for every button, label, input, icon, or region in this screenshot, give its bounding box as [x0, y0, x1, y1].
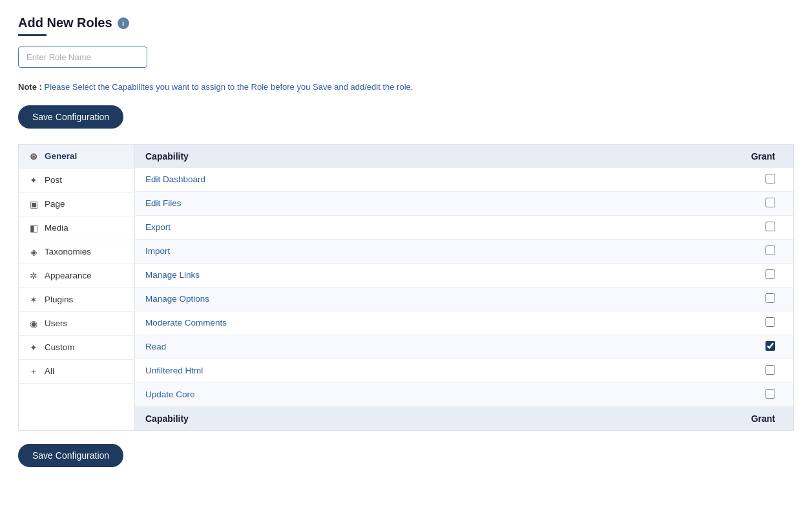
brush-icon: ✲ [28, 271, 39, 281]
grant-cell [741, 191, 793, 215]
sidebar-item-label-appearance: Appearance [45, 271, 92, 280]
table-row: Update Core [135, 382, 793, 406]
capability-cell: Manage Options [135, 287, 741, 311]
info-icon[interactable]: i [118, 17, 129, 29]
capability-cell: Edit Files [135, 191, 741, 215]
capabilities-grid: Capability Grant Edit DashboardEdit File… [135, 145, 793, 430]
table-row: Manage Links [135, 263, 793, 287]
capability-cell: Edit Dashboard [135, 168, 741, 192]
grant-cell [741, 287, 793, 311]
footer-capability: Capability [135, 406, 741, 430]
note-body: Please Select the Capabilites you want t… [44, 82, 413, 92]
capability-cell: Unfiltered Html [135, 359, 741, 382]
sidebar-item-post[interactable]: ✦Post [19, 169, 134, 193]
sidebar-item-label-general: General [45, 151, 77, 161]
page-title-text: Add New Roles [18, 16, 112, 30]
table-row: Export [135, 215, 793, 239]
main-content: ⊛General✦Post▣Page◧Media◈Taxonomies✲Appe… [18, 144, 794, 431]
note-label: Note : [18, 82, 42, 92]
grant-checkbox[interactable] [765, 245, 775, 255]
grant-checkbox[interactable] [765, 222, 775, 231]
grant-cell [741, 359, 793, 382]
table-footer-row: Capability Grant [135, 406, 793, 430]
capability-cell: Export [135, 215, 741, 239]
table-row: Read [135, 335, 793, 359]
media-icon: ◧ [28, 223, 39, 233]
grant-checkbox[interactable] [765, 293, 775, 303]
save-configuration-button-top[interactable]: Save Configuration [18, 105, 123, 129]
sidebar-item-label-page: Page [45, 199, 65, 209]
sidebar-item-page[interactable]: ▣Page [19, 193, 134, 216]
capability-cell: Import [135, 239, 741, 263]
sidebar-item-label-taxonomies: Taxonomies [45, 247, 91, 256]
wp-icon: ⊛ [28, 151, 39, 162]
table-row: Unfiltered Html [135, 359, 793, 382]
table-row: Edit Files [135, 191, 793, 215]
grant-checkbox[interactable] [765, 317, 775, 327]
sidebar-item-general[interactable]: ⊛General [19, 145, 134, 169]
grant-checkbox[interactable] [765, 389, 775, 399]
sidebar-item-label-users: Users [45, 318, 67, 328]
col-header-grant: Grant [741, 145, 793, 168]
page-title: Add New Roles i [18, 16, 794, 30]
capability-cell: Manage Links [135, 263, 741, 287]
sidebar-item-label-post: Post [45, 175, 62, 185]
sidebar-item-media[interactable]: ◧Media [19, 216, 134, 240]
tag-icon: ◈ [28, 247, 39, 257]
table-row: Manage Options [135, 287, 793, 311]
sidebar-item-all[interactable]: +All [19, 360, 134, 384]
sidebar-item-appearance[interactable]: ✲Appearance [19, 264, 134, 288]
grant-cell [741, 382, 793, 406]
page-icon: ▣ [28, 199, 39, 209]
plugin-icon: ✶ [28, 295, 39, 305]
role-name-input[interactable] [18, 47, 147, 68]
sidebar-item-label-custom: Custom [45, 342, 75, 352]
table-row: Import [135, 239, 793, 263]
footer-grant: Grant [741, 406, 793, 430]
plus-icon: + [28, 366, 39, 377]
user-icon: ◉ [28, 318, 39, 329]
title-underline [18, 34, 47, 36]
gear-icon: ✦ [28, 342, 39, 353]
sidebar-item-label-plugins: Plugins [45, 295, 73, 304]
save-configuration-button-bottom[interactable]: Save Configuration [18, 444, 123, 467]
table-row: Moderate Comments [135, 311, 793, 335]
col-header-capability: Capability [135, 145, 741, 168]
sidebar-item-plugins[interactable]: ✶Plugins [19, 288, 134, 312]
capability-cell: Moderate Comments [135, 311, 741, 335]
grant-cell [741, 311, 793, 335]
sidebar-item-taxonomies[interactable]: ◈Taxonomies [19, 240, 134, 264]
table-row: Edit Dashboard [135, 168, 793, 192]
sidebar-item-label-media: Media [45, 223, 68, 233]
grant-checkbox[interactable] [765, 174, 775, 183]
sidebar: ⊛General✦Post▣Page◧Media◈Taxonomies✲Appe… [19, 145, 135, 430]
pin-icon: ✦ [28, 175, 39, 185]
grant-cell [741, 335, 793, 359]
capabilities-table: Capability Grant Edit DashboardEdit File… [135, 145, 793, 430]
capability-cell: Read [135, 335, 741, 359]
table-header-row: Capability Grant [135, 145, 793, 168]
sidebar-item-label-all: All [45, 366, 54, 376]
note-text: Note : Please Select the Capabilites you… [18, 81, 794, 94]
bottom-save-container: Save Configuration [18, 444, 794, 483]
grant-checkbox[interactable] [765, 365, 775, 375]
capability-cell: Update Core [135, 382, 741, 406]
sidebar-item-users[interactable]: ◉Users [19, 312, 134, 336]
grant-checkbox[interactable] [765, 198, 775, 207]
grant-cell [741, 263, 793, 287]
grant-cell [741, 215, 793, 239]
grant-cell [741, 239, 793, 263]
sidebar-item-custom[interactable]: ✦Custom [19, 336, 134, 360]
grant-checkbox[interactable] [765, 341, 775, 351]
grant-cell [741, 168, 793, 192]
grant-checkbox[interactable] [765, 269, 775, 279]
